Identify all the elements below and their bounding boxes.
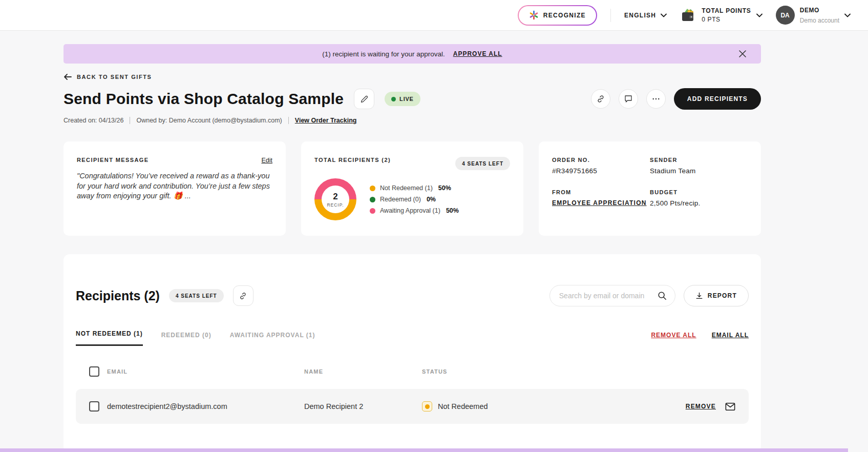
- not-redeemed-status-icon: [422, 401, 432, 412]
- live-dot-icon: [391, 97, 396, 101]
- tab-not-redeemed[interactable]: NOT REDEEMED (1): [76, 330, 143, 346]
- order-no-label: ORDER NO.: [552, 157, 650, 163]
- recipient-status: Not Redeemed: [438, 402, 488, 410]
- recipients-donut-chart: 2 RECIP.: [314, 178, 356, 220]
- account-name: DEMO: [800, 7, 839, 14]
- approve-all-link[interactable]: APPROVE ALL: [453, 50, 502, 57]
- recognize-asterisk-icon: [529, 10, 539, 20]
- tab-redeemed[interactable]: REDEEMED (0): [161, 332, 211, 346]
- owned-by-text: Owned by: Demo Account (demo@bystadium.c…: [136, 117, 282, 124]
- email-column-header: EMAIL: [107, 368, 297, 375]
- meta-divider: [288, 117, 289, 124]
- created-on-text: Created on: 04/13/26: [63, 117, 123, 124]
- seats-left-badge: 4 SEATS LEFT: [455, 157, 510, 170]
- total-points-label: TOTAL POINTS: [702, 7, 751, 14]
- more-dots-icon: [651, 94, 661, 104]
- table-row: demotestrecipient2@bystadium.com Demo Re…: [76, 389, 749, 424]
- status-label: LIVE: [399, 96, 414, 102]
- link-icon: [239, 292, 247, 300]
- sender-label: SENDER: [650, 157, 748, 163]
- legend-item-not-redeemed: Not Redeemed (1) 50%: [370, 184, 459, 192]
- pencil-icon: [360, 95, 369, 104]
- chevron-down-icon: [756, 13, 763, 17]
- page-title: Send Points via Shop Catalog Sample: [63, 90, 344, 108]
- search-icon[interactable]: [658, 291, 667, 300]
- report-label: REPORT: [708, 292, 737, 299]
- name-column-header: NAME: [304, 368, 414, 375]
- comment-icon: [624, 94, 633, 104]
- status-badge: LIVE: [385, 92, 420, 106]
- close-icon[interactable]: [737, 49, 748, 59]
- copy-link-button[interactable]: [591, 89, 610, 109]
- back-to-sent-gifts-link[interactable]: BACK TO SENT GIFTS: [63, 74, 761, 80]
- wallet-icon: [680, 8, 696, 23]
- legend-item-awaiting-approval: Awaiting Approval (1) 50%: [370, 207, 459, 214]
- language-selector[interactable]: ENGLISH: [624, 12, 667, 19]
- search-box: [549, 285, 675, 306]
- donut-value: 2: [333, 192, 337, 202]
- donut-legend: Not Redeemed (1) 50% Redeemed (0) 0% Awa…: [370, 184, 459, 214]
- view-order-tracking-link[interactable]: View Order Tracking: [295, 117, 357, 124]
- link-icon: [596, 94, 605, 104]
- from-campaign-link[interactable]: EMPLOYEE APPRECIATION: [552, 199, 650, 207]
- search-input[interactable]: [559, 292, 653, 300]
- chevron-down-icon: [661, 13, 667, 17]
- bottom-banner-strip: [0, 448, 848, 452]
- approval-banner-message: (1) recipient is waiting for your approv…: [322, 50, 444, 58]
- recognize-label: RECOGNIZE: [543, 12, 586, 19]
- account-subtitle: Demo account: [800, 17, 839, 24]
- total-points-menu[interactable]: TOTAL POINTS 0 PTS: [680, 7, 762, 23]
- meta-divider: [130, 117, 130, 124]
- amber-dot-icon: [370, 186, 375, 191]
- recognize-button[interactable]: RECOGNIZE: [518, 5, 597, 26]
- recipients-heading: Recipients (2): [76, 289, 160, 303]
- remove-all-link[interactable]: REMOVE ALL: [651, 332, 696, 339]
- edit-title-button[interactable]: [354, 89, 374, 109]
- recipient-message-card: RECIPIENT MESSAGE Edit "Congratulations!…: [63, 141, 286, 236]
- add-recipients-button[interactable]: ADD RECIPIENTS: [674, 88, 761, 110]
- seats-left-badge: 4 SEATS LEFT: [169, 289, 224, 302]
- header-divider: [610, 9, 611, 22]
- total-points-value: 0 PTS: [702, 16, 751, 23]
- order-no-value: #R349751665: [552, 167, 650, 175]
- language-label: ENGLISH: [624, 12, 656, 19]
- back-link-label: BACK TO SENT GIFTS: [77, 74, 152, 80]
- chevron-down-icon: [844, 13, 851, 17]
- envelope-icon[interactable]: [725, 402, 735, 411]
- sender-value: Stadium Team: [650, 167, 748, 175]
- approval-banner: (1) recipient is waiting for your approv…: [63, 44, 761, 64]
- status-column-header: STATUS: [422, 368, 728, 375]
- tab-awaiting-approval[interactable]: AWAITING APPROVAL (1): [230, 332, 315, 346]
- recipient-email: demotestrecipient2@bystadium.com: [107, 402, 297, 410]
- account-menu[interactable]: DA DEMO Demo account: [776, 6, 851, 25]
- row-checkbox[interactable]: [89, 401, 99, 412]
- select-all-checkbox[interactable]: [89, 366, 99, 377]
- table-header: EMAIL NAME STATUS: [76, 366, 749, 377]
- recipient-name: Demo Recipient 2: [304, 402, 414, 410]
- report-button[interactable]: REPORT: [684, 285, 749, 306]
- pink-dot-icon: [370, 208, 375, 214]
- more-options-button[interactable]: [646, 89, 666, 109]
- top-bar: RECOGNIZE ENGLISH TOTAL POINTS 0 PTS DA …: [0, 0, 868, 31]
- recipients-section: Recipients (2) 4 SEATS LEFT: [63, 254, 761, 452]
- donut-caption: RECIP.: [327, 202, 344, 208]
- legend-item-redeemed: Redeemed (0) 0%: [370, 196, 459, 203]
- comment-button[interactable]: [619, 89, 638, 109]
- total-recipients-title: TOTAL RECIPIENTS (2): [314, 157, 391, 163]
- recipient-message-title: RECIPIENT MESSAGE: [77, 157, 149, 163]
- budget-value: 2,500 Pts/recip.: [650, 199, 748, 207]
- from-label: FROM: [552, 189, 650, 195]
- total-recipients-card: TOTAL RECIPIENTS (2) 4 SEATS LEFT 2 RECI…: [301, 141, 523, 236]
- edit-message-link[interactable]: Edit: [261, 157, 272, 164]
- avatar: DA: [776, 6, 795, 25]
- budget-label: BUDGET: [650, 189, 748, 195]
- back-arrow-icon: [63, 74, 72, 80]
- email-all-link[interactable]: EMAIL ALL: [712, 332, 749, 339]
- green-dot-icon: [370, 197, 375, 202]
- order-details-card: ORDER NO. #R349751665 SENDER Stadium Tea…: [539, 141, 761, 236]
- remove-recipient-link[interactable]: REMOVE: [686, 403, 716, 410]
- share-link-button[interactable]: [233, 285, 253, 306]
- download-icon: [695, 292, 703, 300]
- recipients-tabs: NOT REDEEMED (1) REDEEMED (0) AWAITING A…: [76, 330, 749, 346]
- recipient-message-body: "Congratulations! You’ve received a rewa…: [77, 171, 272, 201]
